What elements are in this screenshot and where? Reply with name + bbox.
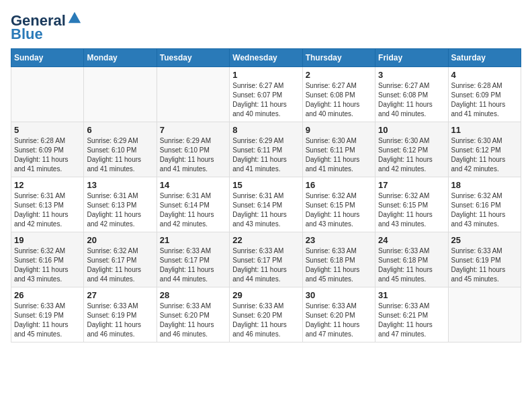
table-row: 28Sunrise: 6:33 AMSunset: 6:20 PMDayligh… [157, 287, 229, 342]
day-info: Sunrise: 6:31 AMSunset: 6:14 PMDaylight:… [232, 191, 299, 229]
day-info: Sunrise: 6:30 AMSunset: 6:11 PMDaylight:… [306, 136, 372, 174]
day-number: 17 [378, 180, 445, 190]
day-info: Sunrise: 6:29 AMSunset: 6:10 PMDaylight:… [160, 136, 226, 174]
day-number: 6 [87, 125, 153, 135]
table-row: 4Sunrise: 6:28 AMSunset: 6:09 PMDaylight… [448, 67, 521, 122]
day-info: Sunrise: 6:29 AMSunset: 6:11 PMDaylight:… [232, 136, 299, 174]
day-info: Sunrise: 6:31 AMSunset: 6:13 PMDaylight:… [14, 191, 81, 229]
table-row: 11Sunrise: 6:30 AMSunset: 6:12 PMDayligh… [448, 122, 521, 177]
svg-marker-0 [69, 12, 81, 24]
day-info: Sunrise: 6:28 AMSunset: 6:09 PMDaylight:… [14, 136, 81, 174]
table-row: 27Sunrise: 6:33 AMSunset: 6:19 PMDayligh… [84, 287, 157, 342]
day-number: 27 [87, 290, 153, 300]
day-number: 9 [306, 125, 372, 135]
day-number: 26 [14, 290, 81, 300]
weekday-header-monday: Monday [84, 49, 157, 67]
table-row: 3Sunrise: 6:27 AMSunset: 6:08 PMDaylight… [375, 67, 448, 122]
page-header: General Blue [11, 11, 521, 43]
day-info: Sunrise: 6:27 AMSunset: 6:08 PMDaylight:… [378, 81, 445, 119]
day-info: Sunrise: 6:32 AMSunset: 6:15 PMDaylight:… [306, 191, 372, 229]
day-number: 24 [378, 235, 445, 245]
table-row: 14Sunrise: 6:31 AMSunset: 6:14 PMDayligh… [157, 177, 229, 232]
day-number: 28 [160, 290, 226, 300]
table-row: 7Sunrise: 6:29 AMSunset: 6:10 PMDaylight… [157, 122, 229, 177]
day-number: 13 [87, 180, 153, 190]
weekday-header-friday: Friday [375, 49, 448, 67]
day-number: 10 [378, 125, 445, 135]
table-row [157, 67, 229, 122]
weekday-header-tuesday: Tuesday [157, 49, 229, 67]
day-number: 1 [232, 70, 299, 80]
day-number: 15 [232, 180, 299, 190]
table-row: 5Sunrise: 6:28 AMSunset: 6:09 PMDaylight… [11, 122, 84, 177]
day-info: Sunrise: 6:32 AMSunset: 6:16 PMDaylight:… [451, 191, 518, 229]
table-row: 19Sunrise: 6:32 AMSunset: 6:16 PMDayligh… [11, 232, 84, 287]
table-row: 30Sunrise: 6:33 AMSunset: 6:20 PMDayligh… [302, 287, 375, 342]
day-number: 21 [160, 235, 226, 245]
week-row-4: 19Sunrise: 6:32 AMSunset: 6:16 PMDayligh… [11, 232, 521, 287]
day-number: 11 [451, 125, 518, 135]
day-info: Sunrise: 6:27 AMSunset: 6:08 PMDaylight:… [306, 81, 372, 119]
day-number: 19 [14, 235, 81, 245]
weekday-header-wednesday: Wednesday [230, 49, 302, 67]
day-number: 8 [232, 125, 299, 135]
table-row: 9Sunrise: 6:30 AMSunset: 6:11 PMDaylight… [302, 122, 375, 177]
table-row [84, 67, 157, 122]
day-number: 25 [451, 235, 518, 245]
day-number: 31 [378, 290, 445, 300]
day-info: Sunrise: 6:33 AMSunset: 6:20 PMDaylight:… [306, 302, 372, 339]
day-info: Sunrise: 6:27 AMSunset: 6:07 PMDaylight:… [232, 81, 299, 119]
day-number: 18 [451, 180, 518, 190]
logo: General Blue [11, 11, 82, 43]
day-number: 5 [14, 125, 81, 135]
day-number: 16 [306, 180, 372, 190]
table-row: 26Sunrise: 6:33 AMSunset: 6:19 PMDayligh… [11, 287, 84, 342]
table-row: 10Sunrise: 6:30 AMSunset: 6:12 PMDayligh… [375, 122, 448, 177]
table-row: 25Sunrise: 6:33 AMSunset: 6:19 PMDayligh… [448, 232, 521, 287]
day-info: Sunrise: 6:32 AMSunset: 6:15 PMDaylight:… [378, 191, 445, 229]
day-info: Sunrise: 6:31 AMSunset: 6:14 PMDaylight:… [160, 191, 226, 229]
day-info: Sunrise: 6:32 AMSunset: 6:17 PMDaylight:… [87, 246, 153, 284]
day-number: 2 [306, 70, 372, 80]
table-row: 23Sunrise: 6:33 AMSunset: 6:18 PMDayligh… [302, 232, 375, 287]
day-number: 20 [87, 235, 153, 245]
weekday-header-thursday: Thursday [302, 49, 375, 67]
table-row: 8Sunrise: 6:29 AMSunset: 6:11 PMDaylight… [230, 122, 302, 177]
day-info: Sunrise: 6:33 AMSunset: 6:20 PMDaylight:… [232, 302, 299, 339]
table-row: 12Sunrise: 6:31 AMSunset: 6:13 PMDayligh… [11, 177, 84, 232]
day-number: 22 [232, 235, 299, 245]
day-number: 14 [160, 180, 226, 190]
day-number: 3 [378, 70, 445, 80]
week-row-5: 26Sunrise: 6:33 AMSunset: 6:19 PMDayligh… [11, 287, 521, 342]
calendar-table: SundayMondayTuesdayWednesdayThursdayFrid… [11, 48, 521, 342]
table-row: 2Sunrise: 6:27 AMSunset: 6:08 PMDaylight… [302, 67, 375, 122]
weekday-header-row: SundayMondayTuesdayWednesdayThursdayFrid… [11, 49, 521, 67]
table-row: 24Sunrise: 6:33 AMSunset: 6:18 PMDayligh… [375, 232, 448, 287]
weekday-header-sunday: Sunday [11, 49, 84, 67]
table-row [448, 287, 521, 342]
day-info: Sunrise: 6:30 AMSunset: 6:12 PMDaylight:… [451, 136, 518, 174]
day-info: Sunrise: 6:33 AMSunset: 6:19 PMDaylight:… [87, 302, 153, 339]
day-number: 30 [306, 290, 372, 300]
table-row: 13Sunrise: 6:31 AMSunset: 6:13 PMDayligh… [84, 177, 157, 232]
day-info: Sunrise: 6:33 AMSunset: 6:19 PMDaylight:… [14, 302, 81, 339]
table-row: 17Sunrise: 6:32 AMSunset: 6:15 PMDayligh… [375, 177, 448, 232]
day-info: Sunrise: 6:33 AMSunset: 6:18 PMDaylight:… [378, 246, 445, 284]
table-row: 22Sunrise: 6:33 AMSunset: 6:17 PMDayligh… [230, 232, 302, 287]
logo-blue: Blue [11, 26, 43, 43]
table-row: 6Sunrise: 6:29 AMSunset: 6:10 PMDaylight… [84, 122, 157, 177]
table-row: 29Sunrise: 6:33 AMSunset: 6:20 PMDayligh… [230, 287, 302, 342]
day-number: 12 [14, 180, 81, 190]
day-number: 4 [451, 70, 518, 80]
table-row: 15Sunrise: 6:31 AMSunset: 6:14 PMDayligh… [230, 177, 302, 232]
week-row-2: 5Sunrise: 6:28 AMSunset: 6:09 PMDaylight… [11, 122, 521, 177]
day-info: Sunrise: 6:33 AMSunset: 6:18 PMDaylight:… [306, 246, 372, 284]
table-row: 1Sunrise: 6:27 AMSunset: 6:07 PMDaylight… [230, 67, 302, 122]
day-number: 29 [232, 290, 299, 300]
day-info: Sunrise: 6:30 AMSunset: 6:12 PMDaylight:… [378, 136, 445, 174]
table-row: 20Sunrise: 6:32 AMSunset: 6:17 PMDayligh… [84, 232, 157, 287]
day-number: 23 [306, 235, 372, 245]
table-row: 16Sunrise: 6:32 AMSunset: 6:15 PMDayligh… [302, 177, 375, 232]
day-info: Sunrise: 6:33 AMSunset: 6:20 PMDaylight:… [160, 302, 226, 339]
table-row [11, 67, 84, 122]
